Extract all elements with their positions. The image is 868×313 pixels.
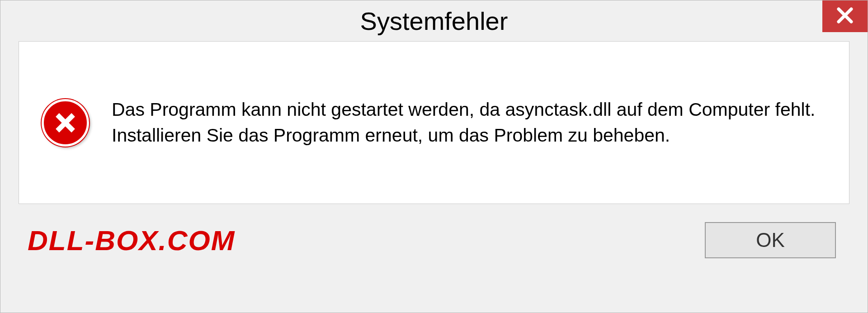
message-box: Das Programm kann nicht gestartet werden…: [19, 41, 849, 204]
ok-button[interactable]: OK: [705, 222, 836, 258]
close-icon: [836, 6, 854, 26]
error-icon: [42, 99, 89, 147]
title-bar: Systemfehler: [0, 0, 868, 41]
close-button[interactable]: [822, 0, 868, 32]
watermark-text: DLL-BOX.COM: [28, 224, 235, 256]
content-area: Das Programm kann nicht gestartet werden…: [0, 41, 868, 313]
ok-button-label: OK: [756, 229, 785, 251]
error-dialog: Systemfehler Das Programm kann nicht ges…: [0, 0, 868, 313]
error-message: Das Programm kann nicht gestartet werden…: [112, 97, 826, 149]
error-icon-wrapper: [42, 99, 89, 147]
dialog-title: Systemfehler: [360, 6, 508, 36]
dialog-footer: DLL-BOX.COM OK: [19, 204, 849, 276]
